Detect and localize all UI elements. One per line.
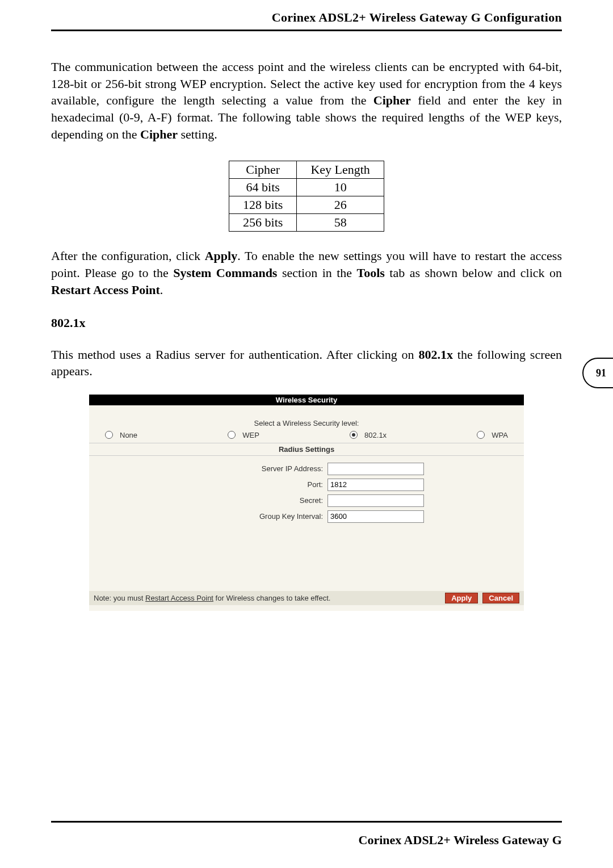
td-keylength: 10: [297, 179, 384, 196]
radio-8021x[interactable]: 802.1x: [350, 431, 387, 439]
label-secret: Secret:: [89, 496, 328, 505]
td-cipher: 256 bits: [229, 214, 297, 232]
page-header: Corinex ADSL2+ Wireless Gateway G Config…: [51, 10, 562, 31]
radio-icon: [105, 431, 113, 439]
paragraph-wep-intro: The communication between the access poi…: [51, 58, 562, 142]
panel-title: Wireless Security: [89, 395, 524, 405]
th-keylength: Key Length: [297, 161, 384, 179]
security-level-radios: None WEP 802.1x WPA: [89, 431, 524, 443]
footer-text: Corinex ADSL2+ Wireless Gateway G: [359, 833, 562, 848]
table-row: 128 bits 26: [229, 196, 384, 214]
th-cipher: Cipher: [229, 161, 297, 179]
bold-apply: Apply: [205, 249, 237, 263]
td-keylength: 58: [297, 214, 384, 232]
page-number-badge: 91: [582, 358, 613, 388]
radius-form: Server IP Address: Port: Secret: Group K…: [89, 456, 524, 529]
select-level-label: Select a Wireless Security level:: [89, 419, 524, 427]
input-server-ip[interactable]: [328, 463, 424, 475]
input-secret[interactable]: [328, 494, 424, 507]
radio-label: WPA: [492, 431, 508, 439]
radio-icon: [228, 431, 236, 439]
table-header-row: Cipher Key Length: [229, 161, 384, 179]
label-server-ip: Server IP Address:: [89, 464, 328, 473]
td-cipher: 64 bits: [229, 179, 297, 196]
text: This method uses a Radius server for aut…: [51, 347, 418, 362]
radio-label: 802.1x: [364, 431, 387, 439]
text: tab as shown below and click on: [385, 266, 562, 280]
radius-settings-heading: Radius Settings: [89, 443, 524, 456]
wireless-security-screenshot: Wireless Security Select a Wireless Secu…: [89, 395, 524, 611]
text: After the configuration, click: [51, 249, 205, 263]
text: section in the: [277, 266, 356, 280]
radio-wpa[interactable]: WPA: [477, 431, 508, 439]
bold-restart-ap: Restart Access Point: [51, 283, 160, 297]
bold-system-commands: System Commands: [173, 266, 277, 280]
radio-none[interactable]: None: [105, 431, 137, 439]
table-row: 256 bits 58: [229, 214, 384, 232]
paragraph-apply-restart: After the configuration, click Apply. To…: [51, 248, 562, 298]
bold-8021x: 802.1x: [418, 347, 453, 362]
td-keylength: 26: [297, 196, 384, 214]
radio-icon: [477, 431, 485, 439]
panel-footer: Note: you must Restart Access Point for …: [89, 591, 524, 605]
radio-label: WEP: [242, 431, 259, 439]
text: setting.: [178, 127, 217, 141]
restart-access-point-link[interactable]: Restart Access Point: [145, 594, 213, 602]
table-row: 64 bits 10: [229, 179, 384, 196]
text: .: [160, 283, 163, 297]
paragraph-8021x-intro: This method uses a Radius server for aut…: [51, 346, 562, 380]
footer-rule: [51, 821, 562, 823]
radio-wep[interactable]: WEP: [228, 431, 259, 439]
heading-8021x: 802.1x: [51, 316, 562, 330]
bold-tools: Tools: [357, 266, 385, 280]
label-port: Port:: [89, 480, 328, 489]
restart-note: Note: you must Restart Access Point for …: [94, 594, 330, 602]
td-cipher: 128 bits: [229, 196, 297, 214]
cipher-bold-2: Cipher: [140, 127, 178, 141]
cancel-button[interactable]: Cancel: [482, 593, 519, 603]
input-port[interactable]: [328, 479, 424, 491]
radio-icon-selected: [350, 431, 358, 439]
input-group-key-interval[interactable]: [328, 510, 424, 523]
label-group-key-interval: Group Key Interval:: [89, 512, 328, 521]
page-number: 91: [596, 367, 606, 379]
cipher-key-table: Cipher Key Length 64 bits 10 128 bits 26…: [229, 161, 384, 232]
cipher-bold-1: Cipher: [373, 93, 411, 107]
note-prefix: Note: you must: [94, 594, 145, 602]
note-suffix: for Wireless changes to take effect.: [213, 594, 330, 602]
radio-label: None: [120, 431, 137, 439]
apply-button[interactable]: Apply: [445, 593, 478, 603]
